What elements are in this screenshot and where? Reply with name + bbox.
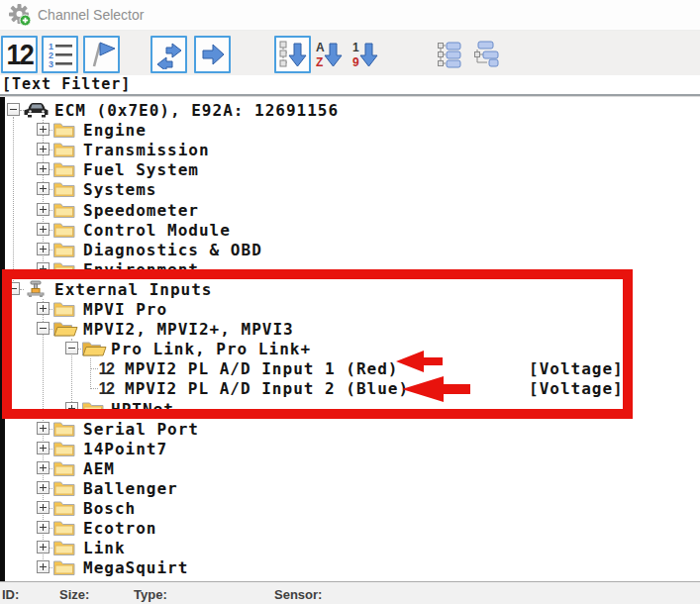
tree-item-label: AEM: [83, 459, 115, 478]
expand-plus-icon[interactable]: [37, 501, 50, 514]
expand-plus-icon[interactable]: [37, 521, 50, 534]
expand-plus-icon[interactable]: [37, 442, 50, 454]
tree-item-label: Bosch: [83, 499, 136, 518]
expand-plus-icon[interactable]: [37, 162, 50, 175]
expand-plus-icon[interactable]: [37, 123, 50, 136]
folder-icon: [52, 160, 78, 177]
expand-plus-icon[interactable]: [37, 262, 50, 275]
collapse-minus-icon[interactable]: [7, 103, 20, 116]
tree-row[interactable]: Diagnostics & OBD: [0, 240, 700, 259]
sort-tree-order-button[interactable]: [274, 36, 311, 73]
tree-row[interactable]: External Inputs: [0, 279, 700, 299]
tree-item-label: Environment: [83, 260, 199, 279]
left-edge-strip: [0, 97, 5, 581]
tree-row[interactable]: Speedometer: [0, 200, 700, 220]
folder-icon: [52, 519, 78, 536]
tree-item-label: MPVI Pro: [83, 300, 167, 319]
expand-plus-icon[interactable]: [37, 182, 50, 195]
status-type-label: Type:: [134, 587, 167, 602]
tree-row[interactable]: Link: [0, 538, 700, 557]
folder-icon: [52, 459, 78, 476]
toolbar: 12 1 2 3: [0, 31, 700, 75]
text-filter-input[interactable]: [Text Filter]: [2, 75, 131, 93]
tree-list-view-icon: [434, 40, 463, 69]
tree-row[interactable]: Systems: [0, 179, 700, 199]
tree-item-label: MPVI2 PL A/D Input 2 (Blue): [125, 379, 409, 398]
folder-icon: [81, 400, 107, 417]
tree-row[interactable]: Bosch: [0, 498, 700, 518]
folder-icon: [52, 201, 78, 218]
expand-plus-icon[interactable]: [37, 203, 50, 216]
tree-row[interactable]: Fuel System: [0, 159, 700, 179]
expand-plus-icon[interactable]: [37, 541, 50, 554]
status-size-label: Size:: [59, 587, 89, 602]
collapse-minus-icon[interactable]: [65, 342, 78, 354]
tree-row[interactable]: Ecotron: [0, 518, 700, 538]
filter-flag-button[interactable]: [83, 36, 120, 73]
sort-numeric-button[interactable]: 1 9: [347, 36, 383, 73]
tree-row[interactable]: Transmission: [0, 140, 700, 159]
tree-item-label: Transmission: [83, 141, 210, 159]
expand-plus-icon[interactable]: [37, 481, 50, 494]
sort-alpha-button[interactable]: A Z: [311, 36, 348, 73]
tree-connector: [90, 388, 98, 389]
tree-row[interactable]: 14Point7: [0, 439, 700, 458]
folder-icon: [52, 499, 78, 516]
tree-row[interactable]: 12MPVI2 PL A/D Input 1 (Red)[Voltage]: [0, 358, 700, 378]
expand-plus-icon[interactable]: [65, 402, 78, 415]
tree-item-label: Ecotron: [83, 519, 156, 538]
numbered-list-icon: 1 2 3: [46, 40, 75, 69]
expand-plus-icon[interactable]: [37, 243, 50, 255]
tree-row[interactable]: Environment: [0, 259, 700, 279]
tree-row[interactable]: HPTNet: [0, 399, 700, 419]
expand-plus-icon[interactable]: [37, 422, 50, 435]
expand-plus-icon[interactable]: [37, 560, 50, 573]
tree-sort-icon: [278, 40, 308, 69]
status-sensor-label: Sensor:: [274, 587, 322, 602]
move-right-button[interactable]: [194, 36, 231, 73]
tree-row[interactable]: 12MPVI2 PL A/D Input 2 (Blue)[Voltage]: [0, 378, 700, 398]
tree-item-label: MPVI2, MPVI2+, MPVI3: [83, 320, 294, 339]
status-id-label: ID:: [2, 587, 19, 602]
tree-list-view-button[interactable]: [430, 36, 466, 73]
tree-row[interactable]: ECM (0x7E0), E92A: 12691156: [0, 100, 700, 120]
text-filter-row: [Text Filter]: [0, 75, 700, 94]
tree-item-label: Fuel System: [83, 160, 199, 179]
tree-row[interactable]: MegaSquirt: [0, 557, 700, 577]
channel-unit-badge: [Voltage]: [529, 359, 624, 378]
svg-text:9: 9: [352, 55, 359, 69]
tree-row[interactable]: Pro Link, Pro Link+: [0, 339, 700, 358]
tree-row[interactable]: AEM: [0, 458, 700, 478]
expand-plus-icon[interactable]: [37, 143, 50, 155]
collapse-minus-icon[interactable]: [37, 322, 50, 335]
tree-item-label: External Inputs: [54, 280, 213, 299]
tree-row[interactable]: MPVI2, MPVI2+, MPVI3: [0, 319, 700, 339]
expand-plus-icon[interactable]: [37, 223, 50, 236]
folder-icon: [52, 420, 78, 437]
folder-icon: [52, 180, 78, 197]
channel-tree: ECM (0x7E0), E92A: 12691156EngineTransmi…: [0, 97, 700, 581]
expand-plus-icon[interactable]: [37, 461, 50, 474]
tree-row[interactable]: Control Module: [0, 220, 700, 240]
channels-12-button[interactable]: 12: [1, 36, 38, 73]
tree-row[interactable]: Engine: [0, 120, 700, 140]
folder-icon: [52, 440, 78, 456]
svg-text:1: 1: [352, 41, 359, 54]
folder-open-icon: [52, 320, 78, 337]
tree-row[interactable]: MPVI Pro: [0, 299, 700, 319]
move-both-button[interactable]: [150, 36, 187, 73]
title-bar: Channel Selector: [0, 0, 700, 31]
tree-item-label: 14Point7: [83, 440, 167, 458]
tree-connector: [90, 368, 98, 369]
folder-icon: [52, 121, 78, 138]
collapse-minus-icon[interactable]: [7, 282, 20, 295]
channel-12-icon: 12: [98, 359, 113, 379]
expand-plus-icon[interactable]: [37, 302, 50, 315]
tree-row[interactable]: Serial Port: [0, 419, 700, 439]
hierarchy-view-button[interactable]: [466, 36, 508, 73]
svg-text:Z: Z: [316, 55, 323, 69]
tree-item-label: HPTNet: [111, 400, 174, 419]
folder-icon: [52, 141, 78, 157]
numbered-list-button[interactable]: 1 2 3: [42, 36, 78, 73]
tree-row[interactable]: Ballenger: [0, 478, 700, 498]
